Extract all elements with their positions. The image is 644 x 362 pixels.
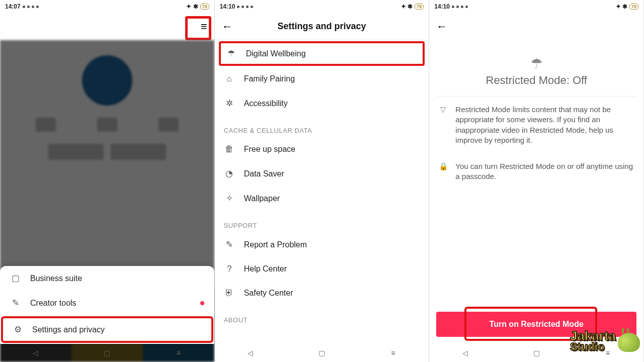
notification-dot <box>200 301 204 305</box>
shield-icon: ⛨ <box>224 288 235 298</box>
section-cache: CACHE & CELLULAR DATA <box>215 116 429 137</box>
menu-label: Creator tools <box>30 299 76 308</box>
trash-icon: 🗑 <box>224 144 235 154</box>
snail-mascot-icon <box>618 333 640 352</box>
watermark-line2: Studio <box>570 342 616 352</box>
profile-header: ≡ <box>0 13 214 40</box>
person-icon: ✎ <box>10 298 21 308</box>
item-label: Report a Problem <box>244 240 307 249</box>
filter-icon: ▽ <box>438 105 448 145</box>
status-bar: 14:10 ✦ ✱79 <box>429 0 643 13</box>
item-wallpaper[interactable]: ✧ Wallpaper <box>215 186 429 211</box>
storefront-icon: ▢ <box>10 273 21 284</box>
info-text: Restricted Mode limits content that may … <box>455 105 634 145</box>
section-support: SUPPORT <box>215 211 429 232</box>
item-label: Free up space <box>244 145 295 154</box>
item-label: Help Center <box>244 264 287 274</box>
restricted-mode-heading: ☂ Restricted Mode: Off <box>436 40 636 97</box>
menu-settings-privacy[interactable]: ⚙ Settings and privacy <box>1 316 213 343</box>
lock-icon: 🔒 <box>438 161 448 182</box>
info-row-filter: ▽ Restricted Mode limits content that ma… <box>429 97 643 153</box>
bottom-sheet-menu: ▢ Business suite ✎ Creator tools ⚙ Setti… <box>0 266 214 344</box>
item-label: Family Pairing <box>244 74 295 83</box>
item-label: Accessibility <box>244 99 288 108</box>
item-label: Digital Wellbeing <box>246 49 306 58</box>
home-nav-icon[interactable]: ▢ <box>101 349 113 357</box>
status-bar: 14:10 ✦ ✱79 <box>215 0 429 13</box>
home-icon: ⌂ <box>224 74 235 84</box>
drop-icon: ◔ <box>224 168 235 179</box>
pen-icon: ✎ <box>224 239 235 250</box>
restricted-mode-panel: 14:10 ✦ ✱79 ← ☂ Restricted Mode: Off ▽ R… <box>429 0 644 362</box>
menu-label: Settings and privacy <box>32 325 105 334</box>
back-nav-icon[interactable]: ◁ <box>245 349 257 357</box>
settings-header: ← Settings and privacy <box>215 13 429 40</box>
watermark-logo: Jakarta Studio <box>570 330 640 352</box>
recent-nav-icon[interactable]: ≡ <box>173 349 185 357</box>
back-icon[interactable]: ← <box>436 20 447 33</box>
gear-icon: ⚙ <box>12 324 23 335</box>
home-nav-icon[interactable]: ▢ <box>530 349 542 357</box>
person-circle-icon: ✲ <box>224 98 235 109</box>
item-family-pairing[interactable]: ⌂ Family Pairing <box>215 67 429 91</box>
restricted-title: Restricted Mode: Off <box>436 74 636 87</box>
item-report-problem[interactable]: ✎ Report a Problem <box>215 232 429 257</box>
item-label: Data Saver <box>244 169 284 178</box>
back-nav-icon[interactable]: ◁ <box>30 349 42 357</box>
back-icon[interactable]: ← <box>222 20 233 33</box>
info-row-lock: 🔒 You can turn Restricted Mode on or off… <box>429 153 643 190</box>
item-label: Safety Center <box>244 289 293 298</box>
item-help-center[interactable]: ? Help Center <box>215 257 429 281</box>
home-nav-icon[interactable]: ▢ <box>316 349 328 357</box>
section-about: ABOUT <box>215 305 429 327</box>
umbrella-icon: ☂ <box>226 48 237 59</box>
clock: 14:10 <box>434 3 450 10</box>
hamburger-icon[interactable]: ≡ <box>201 20 207 33</box>
recent-nav-icon[interactable]: ≡ <box>387 349 399 357</box>
restricted-header: ← <box>429 13 643 40</box>
menu-label: Business suite <box>30 274 82 283</box>
item-label: Wallpaper <box>244 194 280 203</box>
item-free-up-space[interactable]: 🗑 Free up space <box>215 137 429 161</box>
status-bar: 14:07 ✦ ✱79 <box>0 0 214 13</box>
page-title: Settings and privacy <box>215 21 429 32</box>
item-digital-wellbeing[interactable]: ☂ Digital Wellbeing <box>219 41 425 66</box>
avatar <box>82 55 132 106</box>
umbrella-icon: ☂ <box>436 55 636 72</box>
question-icon: ? <box>224 264 235 274</box>
item-data-saver[interactable]: ◔ Data Saver <box>215 161 429 186</box>
clock: 14:07 <box>5 3 21 10</box>
sparkle-icon: ✧ <box>224 193 235 204</box>
info-text: You can turn Restricted Mode on or off a… <box>455 161 634 182</box>
menu-business-suite[interactable]: ▢ Business suite <box>0 266 214 291</box>
item-safety-center[interactable]: ⛨ Safety Center <box>215 281 429 305</box>
profile-panel: 14:07 ✦ ✱79 ≡ ▢ Business suite ✎ Creator… <box>0 0 215 362</box>
settings-panel: 14:10 ✦ ✱79 ← Settings and privacy ☂ Dig… <box>215 0 430 362</box>
item-accessibility[interactable]: ✲ Accessibility <box>215 91 429 116</box>
highlight-hamburger <box>185 16 211 40</box>
android-nav: ◁▢≡ <box>215 344 429 362</box>
settings-list: ☂ Digital Wellbeing ⌂ Family Pairing ✲ A… <box>215 40 429 362</box>
android-nav: ◁▢≡ <box>0 344 214 362</box>
clock: 14:10 <box>220 3 235 10</box>
menu-creator-tools[interactable]: ✎ Creator tools <box>0 291 214 315</box>
back-nav-icon[interactable]: ◁ <box>459 349 471 357</box>
